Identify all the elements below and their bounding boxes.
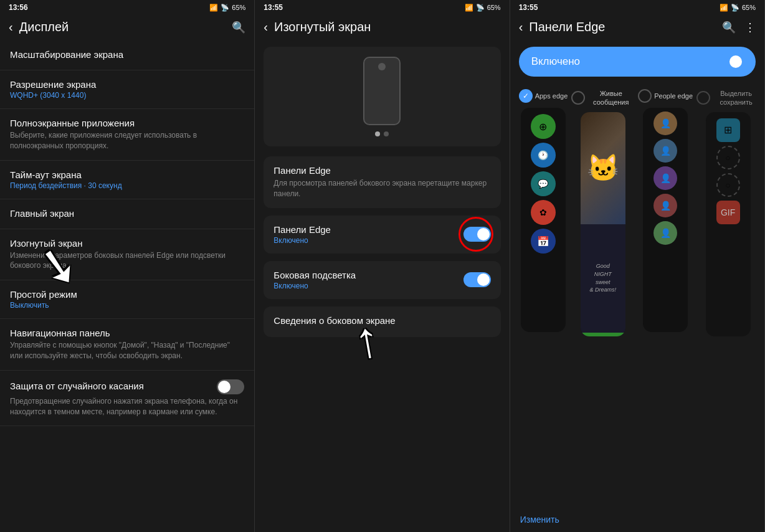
edge-panels-toggle[interactable] (463, 227, 491, 242)
setting-fullscreen-desc: Выберите, какие приложения следует испол… (10, 130, 244, 151)
battery-label-3: 65% (742, 4, 756, 11)
setting-curved[interactable]: Изогнутый экран Изменение параметров бок… (0, 229, 254, 281)
setting-timeout[interactable]: Тайм-аут экрана Период бездействия · 30 … (0, 161, 254, 199)
live-label: Живые сообщения (587, 89, 634, 107)
page-title-3: Панели Edge (529, 20, 716, 34)
setting-navbar-title: Навигационная панель (10, 328, 244, 338)
app-icon-2: 🕐 (531, 143, 556, 168)
panel-card-people-edge[interactable]: People edge 👤 👤 👤 👤 👤 (638, 89, 693, 332)
signal-icon-2: 📡 (476, 4, 485, 12)
setting-resolution-subtitle: WQHD+ (3040 x 1440) (10, 91, 244, 100)
phone-mockup (363, 57, 401, 125)
time-1: 13:56 (9, 3, 28, 12)
side-lighting-toggle[interactable] (463, 272, 491, 287)
page-title-2: Изогнутый экран (274, 20, 501, 34)
signal-icon: 📡 (221, 4, 229, 12)
setting-resolution[interactable]: Разрешение экрана WQHD+ (3040 x 1440) (0, 70, 254, 109)
setting-curved-title: Изогнутый экран (10, 238, 244, 249)
setting-curved-desc: Изменение параметров боковых панелей Edg… (10, 250, 244, 272)
header-curved: ‹ Изогнутый экран (255, 15, 509, 40)
side-lighting-toggle-row: Боковая подсветка Включено (273, 270, 490, 290)
header-edge: ‹ Панели Edge 🔍 ⋮ (510, 15, 764, 40)
header-icons-1: 🔍 (232, 21, 245, 34)
person-2: 👤 (653, 139, 677, 163)
accidental-text: Защита от случайного касания (10, 381, 144, 392)
highlight-icon-4: GIF (716, 201, 740, 224)
panel-edge-panels: 13:55 📶 📡 65% ‹ Панели Edge 🔍 ⋮ Включено… (510, 0, 765, 532)
signal-icon-3: 📡 (731, 4, 739, 12)
change-link[interactable]: Изменить (510, 507, 764, 532)
setting-timeout-title: Тайм-аут экрана (10, 169, 244, 180)
setting-easy-subtitle: Выключить (10, 301, 244, 310)
accidental-toggle[interactable] (217, 379, 244, 394)
settings-list-1: Масштабирование экрана Разрешение экрана… (0, 40, 254, 532)
setting-scale[interactable]: Масштабирование экрана (0, 40, 254, 70)
highlight-preview: ⊞ ○ ○ GIF (706, 112, 751, 336)
back-button-1[interactable]: ‹ (9, 20, 13, 34)
back-button-2[interactable]: ‹ (264, 20, 268, 34)
screen-info-label: Сведения о боковом экране (273, 315, 490, 326)
setting-navbar[interactable]: Навигационная панель Управляйте с помощь… (0, 319, 254, 371)
wifi-icon: 📶 (209, 4, 218, 12)
good-night-text: GoodNIGHTsweet& Dreams! (590, 262, 617, 293)
person-5: 👤 (653, 221, 677, 245)
search-icon-1[interactable]: 🔍 (232, 21, 245, 34)
wifi-icon-3: 📶 (720, 4, 728, 12)
people-edge-header: People edge (638, 89, 693, 103)
panels-row: ✓ Apps edge ⊕ 🕐 💬 ✿ 📅 Живые сообщения (519, 89, 756, 336)
accidental-row: Защита от случайного касания (10, 379, 244, 394)
header-display: ‹ Дисплей 🔍 (0, 15, 254, 40)
enabled-bar[interactable]: Включено (519, 47, 756, 77)
setting-scale-title: Масштабирование экрана (10, 49, 244, 60)
app-icon-1: ⊕ (531, 114, 556, 139)
panel-card-live[interactable]: Живые сообщения 🐱 GoodNIGHTsweet& Dreams… (571, 89, 634, 336)
phone-preview (264, 47, 500, 146)
time-2: 13:55 (264, 3, 283, 12)
header-icons-3: 🔍 ⋮ (722, 21, 756, 34)
setting-accidental[interactable]: Защита от случайного касания Предотвраще… (0, 371, 254, 427)
dot-1[interactable] (375, 131, 380, 136)
apps-edge-preview: ⊕ 🕐 💬 ✿ 📅 (521, 108, 566, 332)
highlight-check (696, 91, 710, 105)
setting-homescreen-title: Главный экран (10, 208, 244, 219)
panels-scroll: ✓ Apps edge ⊕ 🕐 💬 ✿ 📅 Живые сообщения (510, 83, 764, 507)
panel-card-apps-edge[interactable]: ✓ Apps edge ⊕ 🕐 💬 ✿ 📅 (519, 89, 568, 332)
panel-card-highlight[interactable]: Выделить сохранить ⊞ ○ ○ GIF (696, 89, 759, 336)
search-icon-3[interactable]: 🔍 (722, 21, 736, 34)
screen-info[interactable]: Сведения о боковом экране (264, 306, 500, 337)
menu-icon-3[interactable]: ⋮ (744, 21, 756, 34)
green-bar (581, 333, 625, 336)
setting-fullscreen-title: Полноэкранные приложения (10, 118, 244, 128)
battery-label-2: 65% (487, 4, 501, 11)
person-1: 👤 (653, 112, 677, 135)
side-lighting-sublabel: Включено (273, 282, 356, 290)
enabled-label: Включено (531, 55, 580, 68)
apps-edge-header: ✓ Apps edge (519, 89, 568, 103)
edge-panels-toggle-row[interactable]: Панели Edge Включено (264, 216, 500, 254)
live-preview: 🐱 GoodNIGHTsweet& Dreams! (581, 112, 625, 336)
dot-2[interactable] (384, 131, 389, 136)
setting-resolution-title: Разрешение экрана (10, 79, 244, 90)
people-edge-label: People edge (654, 92, 693, 100)
highlight-label: Выделить сохранить (713, 89, 759, 107)
status-bar-2: 13:55 📶 📡 65% (255, 0, 509, 15)
live-check (571, 91, 585, 105)
people-edge-preview: 👤 👤 👤 👤 👤 (643, 108, 688, 332)
app-icon-5: 📅 (531, 229, 556, 254)
enabled-toggle[interactable] (716, 54, 743, 69)
edge-panel-info: Панели Edge Для просмотра панелей боково… (264, 156, 500, 208)
live-photo: 🐱 (581, 112, 625, 224)
setting-timeout-subtitle: Период бездействия · 30 секунд (10, 181, 244, 190)
back-button-3[interactable]: ‹ (519, 20, 523, 34)
app-icon-4: ✿ (531, 200, 556, 225)
side-lighting-row[interactable]: Боковая подсветка Включено (264, 261, 500, 299)
cat-emoji: 🐱 (587, 153, 619, 183)
side-lighting-label: Боковая подсветка (273, 270, 356, 280)
setting-easy[interactable]: Простой режим Выключить (0, 280, 254, 319)
edge-panels-label: Панели Edge (273, 224, 331, 235)
edge-panels-row: Панели Edge Включено (273, 224, 490, 245)
highlight-icon-2: ○ (716, 146, 740, 169)
edge-panel-title: Панели Edge (273, 165, 490, 176)
setting-fullscreen[interactable]: Полноэкранные приложения Выберите, какие… (0, 109, 254, 161)
setting-homescreen[interactable]: Главный экран (0, 199, 254, 229)
